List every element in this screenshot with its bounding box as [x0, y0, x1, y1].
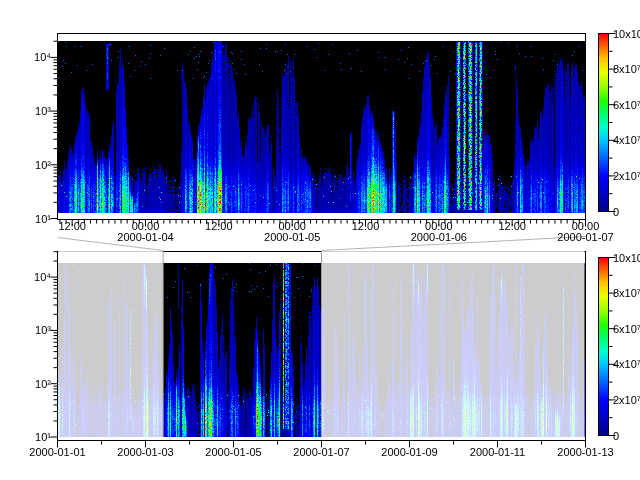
spectrogram-figure: 10¹10²10³10⁴02x10⁷4x10⁷6x10⁷8x10⁷10x10⁷1…	[0, 0, 640, 480]
x-axis-time-label: 12:00	[352, 221, 380, 232]
colorbar-tick-label: 8x10⁷	[613, 64, 640, 75]
zoom-selection-box[interactable]	[163, 250, 321, 437]
y-axis-tick-label: 10³	[35, 106, 51, 117]
x-axis-date-label: 2000-01-01	[29, 447, 85, 458]
colorbar-tick-label: 8x10⁷	[613, 288, 640, 299]
zoomed-spectrogram-plot[interactable]	[58, 41, 585, 213]
x-axis-time-label: 12:00	[498, 221, 526, 232]
x-axis-time-label: 12:00	[58, 221, 86, 232]
colorbar-tick-label: 6x10⁷	[613, 99, 640, 110]
y-axis-tick-label: 10⁴	[34, 52, 51, 63]
x-axis-date-label: 2000-01-09	[381, 447, 437, 458]
x-axis-date-label: 2000-01-06	[411, 232, 467, 243]
x-axis-date-label: 2000-01-07	[293, 447, 349, 458]
colorbar-tick-label: 0	[613, 206, 619, 217]
x-axis-date-label: 2000-01-05	[264, 232, 320, 243]
x-axis-time-label: 12:00	[205, 221, 233, 232]
y-axis-tick-label: 10¹	[35, 432, 51, 443]
x-axis-date-label: 2000-01-07	[557, 232, 613, 243]
x-axis-date-label: 2000-01-03	[117, 447, 173, 458]
colorbar-tick-label: 2x10⁷	[613, 394, 640, 405]
x-axis-date-label: 2000-01-05	[205, 447, 261, 458]
y-axis-tick-label: 10³	[35, 325, 51, 336]
y-axis-tick-label: 10⁴	[34, 272, 51, 283]
y-axis-tick-label: 10²	[35, 159, 51, 170]
y-axis-tick-label: 10²	[35, 378, 51, 389]
colorbar-tick-label: 10x10⁷	[613, 252, 640, 263]
x-axis-date-label: 2000-01-13	[557, 447, 613, 458]
context-spectrogram-plot[interactable]	[58, 263, 585, 437]
x-axis-date-label: 2000-01-11	[470, 447, 525, 458]
colorbar-tick-label: 0	[613, 430, 619, 441]
colorbar-tick-label: 6x10⁷	[613, 323, 640, 334]
y-axis-tick-label: 10¹	[35, 213, 51, 224]
x-axis-date-label: 2000-01-04	[117, 232, 173, 243]
colorbar-tick-label: 10x10⁷	[613, 28, 640, 39]
colorbar-tick-label: 4x10⁷	[613, 359, 640, 370]
colorbar-tick-label: 4x10⁷	[613, 135, 640, 146]
colorbar-tick-label: 2x10⁷	[613, 170, 640, 181]
